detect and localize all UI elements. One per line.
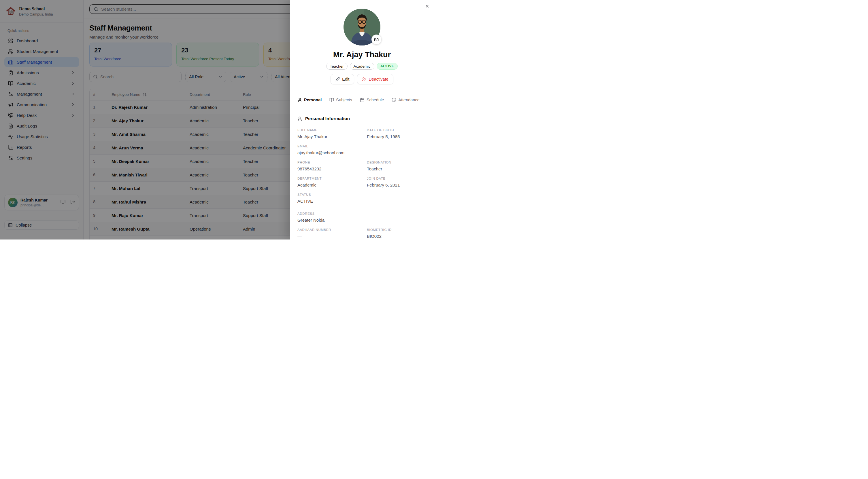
staff-detail-drawer: Mr. Ajay Thakur Teacher Academic ACTIVE … [290, 0, 434, 240]
section-title: Personal Information [305, 116, 350, 121]
field-label: DEPARTMENT [298, 176, 367, 180]
close-icon[interactable] [425, 4, 429, 9]
deactivate-label: Deactivate [369, 77, 389, 81]
field-date-of-birth: DATE OF BIRTH February 5, 1985 [367, 128, 427, 139]
app-window: Demo School Demo Campus, India Quick act… [0, 0, 434, 240]
field-label: FULL NAME [298, 128, 367, 132]
tab-label: Personal [304, 98, 321, 102]
field-value: — [298, 234, 367, 239]
field-label: STATUS [298, 193, 367, 197]
field-label: EMAIL [298, 144, 367, 148]
tab-label: Subjects [336, 98, 352, 102]
field-label: BIOMETRIC ID [367, 228, 427, 232]
field-label: JOIN DATE [367, 176, 427, 180]
staff-name: Mr. Ajay Thakur [298, 50, 427, 59]
field-value: BIO022 [367, 234, 427, 239]
field-value: Greater Noida [298, 218, 367, 223]
field-label: AADHAAR NUMBER [298, 228, 367, 232]
field-value: February 5, 1985 [367, 134, 427, 139]
field-value: Academic [298, 182, 367, 188]
field-label: ADDRESS [298, 212, 367, 216]
field-label: DESIGNATION [367, 160, 427, 164]
field-value: February 6, 2021 [367, 182, 427, 188]
field-status: STATUS ACTIVE [298, 193, 367, 204]
tab-schedule[interactable]: Schedule [360, 98, 384, 106]
staff-actions: Edit Deactivate [298, 74, 427, 84]
camera-icon [374, 37, 379, 42]
staff-badges: Teacher Academic ACTIVE [298, 63, 427, 70]
role-badge: Teacher [326, 63, 347, 70]
deactivate-button[interactable]: Deactivate [357, 74, 393, 84]
field-label: DATE OF BIRTH [367, 128, 427, 132]
tab-label: Attendance [398, 98, 419, 102]
field-value: Teacher [367, 166, 427, 172]
field-biometric-id: BIOMETRIC ID BIO022 [367, 228, 427, 239]
tab-personal[interactable]: Personal [298, 98, 321, 106]
field-phone: PHONE 9876543232 [298, 160, 367, 172]
field-aadhaar-number: AADHAAR NUMBER — [298, 228, 367, 239]
clock-icon [392, 98, 396, 102]
book-open-icon [330, 98, 334, 102]
pencil-icon [336, 77, 340, 81]
field-value: Mr. Ajay Thakur [298, 134, 367, 139]
personal-info-section-header: Personal Information [298, 116, 427, 121]
field-value: ajay.thakur@school.com [298, 150, 367, 156]
calendar-icon [360, 98, 365, 102]
field-label: PHONE [298, 160, 367, 164]
field-value: 9876543232 [298, 166, 367, 172]
tab-attendance[interactable]: Attendance [392, 98, 419, 106]
edit-label: Edit [342, 77, 349, 81]
user-round-icon [298, 116, 302, 121]
field-address: ADDRESS Greater Noida [298, 212, 367, 223]
field-join-date: JOIN DATE February 6, 2021 [367, 176, 427, 188]
personal-info-fields: FULL NAME Mr. Ajay Thakur DATE OF BIRTH … [298, 128, 427, 239]
field-email: EMAIL ajay.thakur@school.com [298, 144, 367, 156]
tab-label: Schedule [367, 98, 384, 102]
user-x-icon [362, 77, 366, 81]
edit-button[interactable]: Edit [331, 74, 354, 84]
staff-avatar [343, 9, 380, 45]
field-value: ACTIVE [298, 199, 367, 204]
field-designation: DESIGNATION Teacher [367, 160, 427, 172]
tab-subjects[interactable]: Subjects [330, 98, 352, 106]
user-icon [298, 98, 302, 102]
field-department: DEPARTMENT Academic [298, 176, 367, 188]
drawer-tabs: Personal Subjects Schedule Attendance [298, 98, 427, 106]
change-photo-button[interactable] [371, 35, 381, 44]
field-full-name: FULL NAME Mr. Ajay Thakur [298, 128, 367, 139]
department-badge: Academic [350, 63, 374, 70]
status-badge: ACTIVE [377, 63, 398, 70]
